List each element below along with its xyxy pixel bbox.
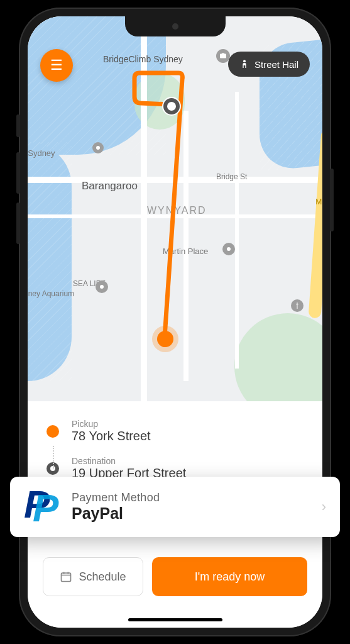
home-indicator — [128, 618, 222, 621]
svg-point-1 — [227, 247, 231, 251]
street-hail-button[interactable]: Street Hail — [228, 52, 310, 77]
pickup-row[interactable]: Pickup 78 York Street — [43, 415, 307, 452]
map-pin-generic-icon — [92, 142, 104, 153]
chevron-right-icon: › — [322, 499, 326, 515]
paypal-logo-icon: PP — [24, 489, 60, 525]
svg-point-3 — [243, 60, 246, 62]
calendar-icon — [60, 570, 72, 583]
schedule-label: Schedule — [79, 570, 126, 584]
phone-notch — [125, 16, 226, 36]
payment-label: Payment Method — [72, 491, 322, 504]
svg-point-2 — [100, 285, 104, 289]
pickup-marker — [157, 331, 173, 347]
schedule-button[interactable]: Schedule — [43, 557, 143, 596]
location-connector — [53, 446, 54, 469]
payment-method-card[interactable]: PP Payment Method PayPal › — [10, 477, 340, 537]
ready-now-label: I'm ready now — [195, 570, 265, 584]
phone-frame: BridgeClimb Sydney wn Sydney Barangaroo … — [19, 8, 331, 636]
action-bar: Schedule I'm ready now — [28, 546, 322, 628]
street-hail-label: Street Hail — [254, 59, 298, 70]
hamburger-icon: ☰ — [50, 57, 63, 74]
payment-value: PayPal — [72, 504, 322, 523]
ready-now-button[interactable]: I'm ready now — [152, 557, 307, 596]
map-pin-generic-icon — [96, 280, 108, 293]
destination-label: Destination — [72, 456, 186, 466]
person-hail-icon — [239, 59, 249, 69]
svg-rect-4 — [62, 573, 71, 581]
pickup-label: Pickup — [72, 419, 151, 429]
map-pin-generic-icon — [222, 243, 235, 255]
map-view[interactable]: BridgeClimb Sydney wn Sydney Barangaroo … — [28, 16, 322, 401]
menu-button[interactable]: ☰ — [40, 49, 73, 82]
pickup-value: 78 York Street — [72, 429, 151, 443]
pickup-dot-icon — [46, 425, 59, 438]
destination-marker — [163, 98, 180, 114]
map-pin-church-icon — [291, 299, 304, 312]
svg-point-0 — [96, 146, 100, 150]
